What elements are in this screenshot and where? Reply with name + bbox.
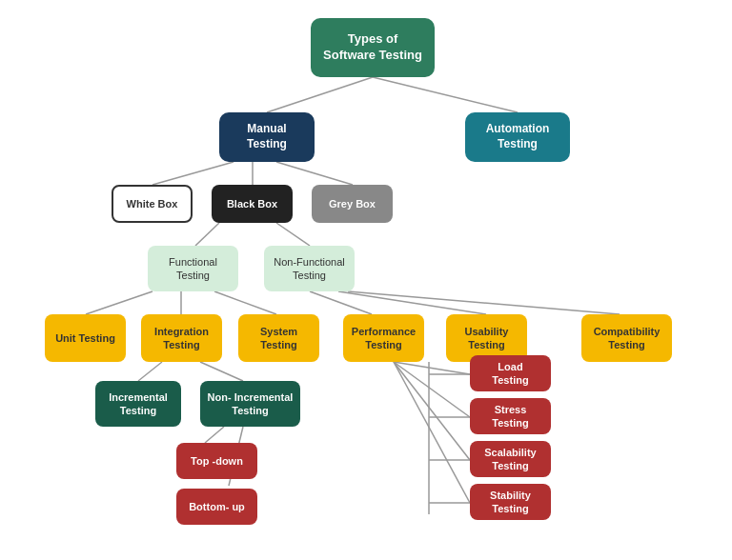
svg-line-4 [276,162,353,185]
node-manual: Manual Testing [219,112,315,162]
svg-line-7 [86,291,152,314]
svg-line-14 [200,362,243,381]
node-load: Load Testing [470,355,551,391]
node-stress: Stress Testing [470,398,551,434]
node-nonfunctional: Non-Functional Testing [264,246,355,291]
connector-lines [0,0,732,560]
svg-line-18 [394,362,470,417]
svg-line-10 [310,291,372,314]
svg-line-12 [348,291,620,314]
svg-line-9 [214,291,276,314]
node-incremental: Incremental Testing [95,381,181,427]
svg-line-5 [195,223,219,246]
svg-line-11 [338,291,486,314]
svg-line-20 [394,362,470,503]
node-nonincremental: Non- Incremental Testing [200,381,300,427]
node-stability: Stability Testing [470,484,551,520]
node-blackbox: Black Box [212,185,293,223]
node-bottomup: Bottom- up [176,489,257,525]
svg-line-17 [394,362,470,374]
svg-line-19 [394,362,470,460]
node-integration: Integration Testing [141,314,222,362]
node-root: Types of Software Testing [311,18,435,77]
node-automation: Automation Testing [465,112,570,162]
svg-line-6 [276,223,310,246]
svg-line-15 [205,427,224,443]
node-whitebox: White Box [112,185,193,223]
node-functional: Functional Testing [148,246,238,291]
svg-line-13 [138,362,162,381]
diagram: Types of Software Testing Manual Testing… [0,0,732,560]
node-topdown: Top -down [176,443,257,479]
svg-line-2 [152,162,234,185]
node-scalability: Scalability Testing [470,441,551,477]
node-greybox: Grey Box [312,185,393,223]
svg-line-0 [267,77,373,112]
node-performance: Performance Testing [343,314,424,362]
node-compatibility: Compatibility Testing [581,314,672,362]
node-system: System Testing [238,314,319,362]
svg-line-1 [373,77,518,112]
node-unit: Unit Testing [45,314,126,362]
